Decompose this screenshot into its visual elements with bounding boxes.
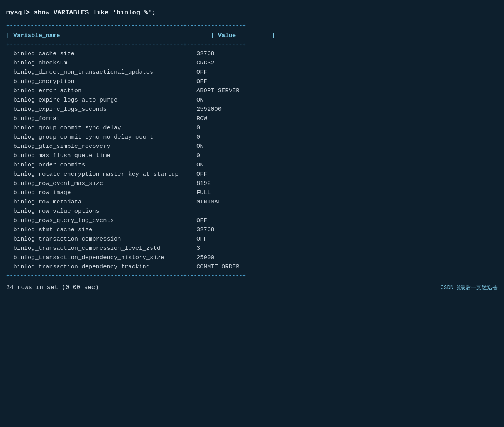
table-row: | binlog_max_flush_queue_time | 0 |	[6, 151, 498, 160]
table-row: | binlog_transaction_dependency_tracking…	[6, 262, 498, 271]
separator-bot: +---------------------------------------…	[6, 271, 498, 280]
table-row: | binlog_expire_logs_auto_purge | ON |	[6, 95, 498, 105]
table-row: | binlog_gtid_simple_recovery | ON |	[6, 142, 498, 151]
terminal-window: mysql> show VARIABLES like 'binlog_%'; +…	[6, 8, 498, 291]
table-header: | Variable_name | Value |	[6, 31, 498, 40]
table-row: | binlog_rows_query_log_events | OFF |	[6, 216, 498, 225]
table-row: | binlog_order_commits | ON |	[6, 160, 498, 169]
table-row: | binlog_transaction_compression_level_z…	[6, 244, 498, 253]
table-row: | binlog_cache_size | 32768 |	[6, 49, 498, 58]
table-row: | binlog_stmt_cache_size | 32768 |	[6, 225, 498, 234]
table-row: | binlog_encryption | OFF |	[6, 77, 498, 86]
header-value: Value	[218, 32, 236, 39]
command-line: mysql> show VARIABLES like 'binlog_%';	[6, 8, 498, 18]
table-row: | binlog_group_commit_sync_no_delay_coun…	[6, 132, 498, 142]
row-count: 24 rows in set (0.00 sec)	[6, 284, 99, 291]
table-row: | binlog_expire_logs_seconds | 2592000 |	[6, 105, 498, 114]
separator-mid: +---------------------------------------…	[6, 40, 498, 49]
table-row: | binlog_format | ROW |	[6, 114, 498, 123]
separator-top: +---------------------------------------…	[6, 22, 498, 30]
table-row: | binlog_transaction_compression | OFF |	[6, 234, 498, 244]
table-row: | binlog_row_metadata | MINIMAL |	[6, 197, 498, 207]
table-body: | binlog_cache_size | 32768 || binlog_ch…	[6, 49, 498, 271]
table-row: | binlog_error_action | ABORT_SERVER |	[6, 86, 498, 95]
table-row: | binlog_row_image | FULL |	[6, 188, 498, 197]
table-row: | binlog_row_event_max_size | 8192 |	[6, 179, 498, 188]
table-row: | binlog_rotate_encryption_master_key_at…	[6, 169, 498, 179]
table-row: | binlog_checksum | CRC32 |	[6, 58, 498, 68]
header-variable-name: Variable_name	[14, 32, 60, 39]
table-row: | binlog_direct_non_transactional_update…	[6, 68, 498, 77]
results-table: +---------------------------------------…	[6, 22, 498, 280]
table-row: | binlog_transaction_dependency_history_…	[6, 253, 498, 262]
footer: 24 rows in set (0.00 sec) CSDN @最后一支迷迭香	[6, 284, 498, 291]
table-row: | binlog_row_value_options | |	[6, 207, 498, 216]
table-row: | binlog_group_commit_sync_delay | 0 |	[6, 123, 498, 132]
watermark: CSDN @最后一支迷迭香	[441, 284, 498, 291]
